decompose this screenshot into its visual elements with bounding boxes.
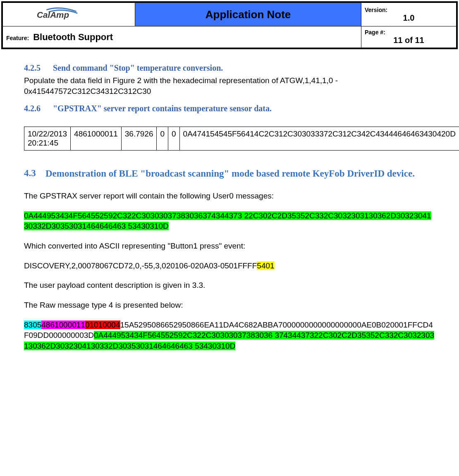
body-line2: 0x415447572C312C34312C312C30 [24,87,151,96]
content-area: 4.2.5 Send command "Stop" temperature co… [1,49,458,364]
feature-value: Bluetooth Support [33,32,113,42]
version-cell: Version: 1.0 [361,3,457,26]
cell-hex: 0A474154545F56414C2C312C303033372C312C34… [179,127,459,151]
section-num: 4.2.6 [24,104,51,113]
page-cell: Page #: 11 of 11 [361,26,457,48]
section-title: Send command "Stop" temperature conversi… [53,63,223,72]
highlight-red: 01010004 [85,321,120,329]
doc-title: Application Note [135,3,361,26]
svg-text:CalAmp: CalAmp [37,10,69,19]
doc-title-text: Application Note [206,8,291,21]
cell-z1: 0 [157,127,168,151]
logo-cell: CalAmp [3,3,135,26]
cell-id: 4861000011 [71,127,122,151]
section-4-2-5-heading: 4.2.5 Send command "Stop" temperature co… [24,63,435,73]
version-label: Version: [365,7,453,13]
raw-message-4: 830548610000110101000415A529508665295086… [24,320,435,352]
calamp-logo-icon: CalAmp [37,5,101,22]
section-4-3-heading: 4.3 Demonstration of BLE "broadcast scan… [24,168,435,180]
body-line1: Populate the data field in Figure 2 with… [24,76,338,85]
cell-timestamp: 10/22/2013 20:21:45 [24,127,71,151]
para-raw4-intro: The Raw message type 4 is presented belo… [24,300,435,311]
gpstrax-table: 10/22/2013 20:21:45 4861000011 36.7926 0… [24,127,459,151]
discovery-prefix: DISCOVERY,2,00078067CD72,0,-55,3,020106-… [24,261,257,270]
discovery-line: DISCOVERY,2,00078067CD72,0,-55,3,020106-… [24,261,435,271]
section-4-2-5-body: Populate the data field in Figure 2 with… [24,75,435,96]
section-num: 4.2.5 [24,63,51,73]
hex-block-green1: 0A444953434F564552592C322C30303037383036… [24,210,435,232]
table-row: 10/22/2013 20:21:45 4861000011 36.7926 0… [24,127,459,151]
highlight-magenta: 4861000011 [41,321,85,329]
cell-num: 36.7926 [121,127,157,151]
document-frame: CalAmp Application Note Version: 1.0 Fea… [1,1,458,49]
section-4-2-6-heading: 4.2.6 "GPSTRAX" server report contains t… [24,104,435,113]
para-gpstrax-intro: The GPSTRAX server report will contain t… [24,191,435,201]
highlight-cyan: 8305 [24,321,41,329]
section-title: Demonstration of BLE "broadcast scanning… [45,168,415,180]
highlight-green: 0A444953434F564552592C322C30303037383036… [24,211,431,231]
page-label: Page #: [365,29,453,36]
section-title: "GPSTRAX" server report contains tempera… [53,104,272,113]
version-value: 1.0 [365,13,453,23]
feature-label: Feature: [6,35,29,41]
para-payload-ref: The user payload content description is … [24,280,435,291]
feature-cell: Feature: Bluetooth Support [3,26,361,48]
cell-z2: 0 [168,127,180,151]
para-button1: Which converted into ASCII representing … [24,241,435,251]
page-value: 11 of 11 [365,36,453,45]
section-num: 4.3 [24,168,45,180]
highlight-yellow: 5401 [257,261,274,270]
header-table: CalAmp Application Note Version: 1.0 Fea… [2,2,457,48]
